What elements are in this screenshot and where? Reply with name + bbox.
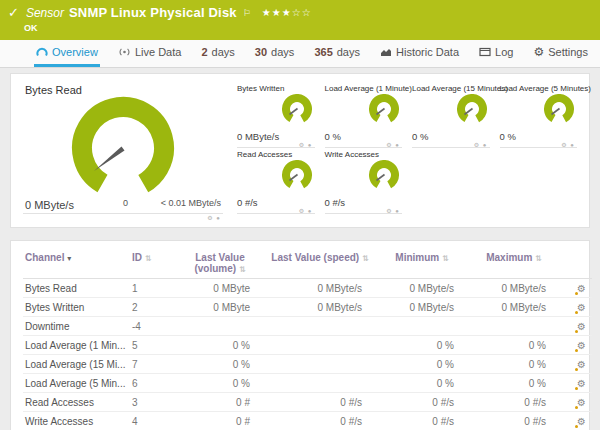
- gauge-settings-icons[interactable]: ⚙ ●: [561, 141, 575, 148]
- object-type-label: Sensor: [26, 6, 64, 20]
- table-row: Load Average (1 Min... 5 0 % 0 % 0 % ⚙: [23, 336, 592, 355]
- channel-settings-gear-icon[interactable]: ⚙: [577, 417, 586, 427]
- gauge-tile-load-average-5min: Load Average (5 Minutes) 0 % ⚙ ●: [500, 82, 578, 148]
- pause-flag-icon[interactable]: ⚐: [243, 8, 251, 18]
- tile-title: Write Accesses: [325, 150, 380, 159]
- gauge-tile-load-average-1min: Load Average (1 Minute) 0 % ⚙ ●: [325, 82, 403, 148]
- priority-stars[interactable]: ★★★☆☆: [262, 7, 312, 18]
- tab-live-data[interactable]: Live Data: [116, 40, 183, 67]
- sensor-status-text: OK: [24, 23, 38, 33]
- gauge-settings-icons[interactable]: ⚙ ●: [299, 141, 313, 148]
- tab-2-days[interactable]: 2 days: [199, 40, 236, 67]
- maximum-value: 0 MByte/s: [468, 298, 560, 317]
- minimum-value: 0 %: [376, 355, 468, 374]
- last-value-speed: 0 MByte/s: [264, 279, 376, 298]
- tab-2-days-label: days: [212, 46, 235, 58]
- channel-settings-gear-icon[interactable]: ⚙: [577, 398, 586, 408]
- sort-icon: ⇅: [239, 265, 246, 274]
- table-row: Bytes Written 2 0 MByte 0 MByte/s 0 MByt…: [23, 298, 592, 317]
- channel-name: Load Average (1 Min...: [23, 336, 130, 355]
- channel-name: Bytes Read: [23, 279, 130, 298]
- tab-30-days[interactable]: 30 days: [253, 40, 297, 67]
- last-value-speed: 0 MByte/s: [264, 298, 376, 317]
- minimum-value: 0 %: [376, 336, 468, 355]
- col-header-channel[interactable]: Channel ▾: [23, 247, 130, 279]
- sort-icon: ⇅: [362, 254, 369, 263]
- gauge-settings-icons[interactable]: ⚙ ●: [299, 207, 313, 214]
- gauge-scale-max: < 0.01 MByte/s: [161, 198, 221, 208]
- last-value-volume: 0 #: [176, 412, 264, 430]
- gauge-settings-icons[interactable]: ⚙ ●: [474, 141, 488, 148]
- col-header-maximum[interactable]: Maximum ⇅: [468, 247, 560, 279]
- tab-365-days[interactable]: 365 days: [312, 40, 362, 67]
- tab-overview-label: Overview: [52, 46, 98, 58]
- minimum-value: [376, 317, 468, 336]
- tile-value: 0 %: [412, 131, 428, 142]
- content-area: Bytes Read 0 MByte/s 0 < 0.01 MByte/s ⚙ …: [0, 68, 600, 430]
- gauge-tile-read-accesses: Read Accesses 0 #/s ⚙ ●: [237, 148, 315, 214]
- col-header-last-value-volume[interactable]: Last Value (volume) ⇅: [176, 247, 264, 279]
- minimum-value: 0 #/s: [376, 393, 468, 412]
- empty-tile: [500, 148, 578, 214]
- minimum-value: 0 MByte/s: [376, 279, 468, 298]
- gauge-settings-icons[interactable]: ⚙ ●: [207, 214, 221, 221]
- tile-title: Load Average (5 Minutes): [500, 84, 591, 93]
- last-value-volume: 0 #: [176, 393, 264, 412]
- channel-settings-gear-icon[interactable]: ⚙: [577, 360, 586, 370]
- channel-name: Load Average (5 Min...: [23, 374, 130, 393]
- channel-settings-gear-icon[interactable]: ⚙: [577, 341, 586, 351]
- channel-settings-gear-icon[interactable]: ⚙: [577, 322, 586, 332]
- maximum-value: 0 %: [468, 355, 560, 374]
- table-row: Load Average (15 Mi... 7 0 % 0 % 0 % ⚙: [23, 355, 592, 374]
- col-header-id[interactable]: ID ⇅: [130, 247, 176, 279]
- tab-365-days-number: 365: [314, 46, 332, 58]
- table-row: Downtime -4 ⚙: [23, 317, 592, 336]
- minimum-value: 0 MByte/s: [376, 298, 468, 317]
- channel-name: Downtime: [23, 317, 130, 336]
- channel-id: 1: [130, 279, 176, 298]
- maximum-value: 0 #/s: [468, 393, 560, 412]
- tab-365-days-label: days: [337, 46, 360, 58]
- tab-settings[interactable]: ⚙ Settings: [531, 40, 590, 67]
- mini-gauge-dial: [454, 94, 490, 126]
- channel-settings-gear-icon[interactable]: ⚙: [577, 303, 586, 313]
- col-header-last-value-speed[interactable]: Last Value (speed) ⇅: [264, 247, 376, 279]
- gauge-current-value: 0 MByte/s: [25, 199, 74, 211]
- channel-settings-gear-icon[interactable]: ⚙: [577, 284, 586, 294]
- mini-gauge-dial: [541, 94, 577, 126]
- last-value-volume: 0 %: [176, 336, 264, 355]
- maximum-value: 0 %: [468, 374, 560, 393]
- channel-name: Write Accesses: [23, 412, 130, 430]
- bytes-read-gauge-dial: [63, 96, 183, 200]
- last-value-volume: 0 %: [176, 374, 264, 393]
- channel-id: 7: [130, 355, 176, 374]
- sort-icon: ⇅: [442, 254, 449, 263]
- last-value-speed: [264, 317, 376, 336]
- channel-id: 3: [130, 393, 176, 412]
- tab-bar: Overview Live Data 2 days 30 days 365 da…: [0, 40, 600, 68]
- channel-settings-gear-icon[interactable]: ⚙: [577, 379, 586, 389]
- tab-historic-data-label: Historic Data: [396, 46, 459, 58]
- channels-table: Channel ▾ ID ⇅ Last Value (volume) ⇅ Las…: [23, 247, 592, 430]
- channel-id: 2: [130, 298, 176, 317]
- sort-icon: ⇅: [535, 254, 542, 263]
- col-header-minimum[interactable]: Minimum ⇅: [376, 247, 468, 279]
- log-window-icon: [479, 47, 491, 57]
- tab-overview[interactable]: Overview: [34, 40, 100, 67]
- tab-2-days-number: 2: [201, 46, 207, 58]
- channel-id: 4: [130, 412, 176, 430]
- broadcast-icon: [118, 47, 131, 57]
- gauge-settings-icons[interactable]: ⚙ ●: [386, 207, 400, 214]
- gauge-settings-icons[interactable]: ⚙ ●: [386, 141, 400, 148]
- tile-title: Read Accesses: [237, 150, 292, 159]
- area-chart-icon: [380, 47, 392, 57]
- gauge-tile-load-average-15min: Load Average (15 Minutes) 0 % ⚙ ●: [412, 82, 490, 148]
- tab-log[interactable]: Log: [477, 40, 515, 67]
- tab-live-data-label: Live Data: [135, 46, 181, 58]
- status-ok-check-icon: ✓: [8, 5, 19, 20]
- maximum-value: 0 %: [468, 336, 560, 355]
- tab-historic-data[interactable]: Historic Data: [378, 40, 461, 67]
- tile-value: 0 #/s: [237, 197, 258, 208]
- mini-gauge-dial: [366, 94, 402, 126]
- tile-value: 0 #/s: [325, 197, 346, 208]
